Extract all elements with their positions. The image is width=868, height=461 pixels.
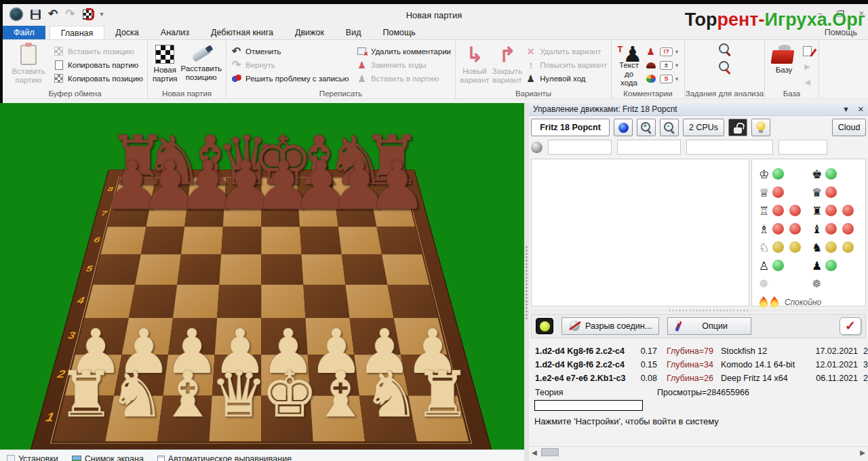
horizontal-scrollbar[interactable]: ◀ ▶: [529, 446, 868, 458]
chess-piece-white-q[interactable]: ♛: [210, 365, 261, 424]
tab-Движок[interactable]: Движок: [284, 26, 335, 39]
panel-close-icon[interactable]: ✕: [858, 105, 864, 114]
fix-notation-button[interactable]: Решить проблему с записью: [231, 73, 353, 84]
null-move-button[interactable]: ♟Нулевой ход: [525, 73, 607, 84]
annotation-bubble-2[interactable]: ±: [660, 61, 673, 70]
analysis-magnifier-icon[interactable]: [718, 60, 732, 74]
chess-piece-white-b[interactable]: ♝: [159, 365, 210, 424]
board-square[interactable]: [300, 227, 342, 255]
annotation-bubble-1[interactable]: !?: [660, 47, 673, 56]
zoom-out-button[interactable]: -: [660, 119, 679, 136]
chess-piece-white-r[interactable]: ♜: [414, 365, 465, 424]
cloud-button[interactable]: Cloud: [832, 119, 866, 136]
ribbon-group-analysis: Задания для анализа: [685, 40, 765, 98]
tab-Помощь[interactable]: Помощь: [372, 26, 426, 39]
copy-game-button[interactable]: Копировать партию: [53, 59, 143, 71]
chess-piece-white-r[interactable]: ♜: [57, 365, 108, 424]
annotation-bubble-3[interactable]: S: [660, 75, 673, 83]
scroll-left-icon[interactable]: ◀: [532, 449, 537, 456]
login-input[interactable]: [534, 400, 643, 411]
horizontal-splitter[interactable]: [529, 308, 868, 313]
chess-piece-white-b[interactable]: ♝: [312, 365, 363, 424]
tab-Вид[interactable]: Вид: [335, 26, 372, 39]
board-square[interactable]: [261, 227, 301, 255]
promote-variant-button[interactable]: ↑Повысить вариант: [525, 59, 607, 71]
board-square[interactable]: [221, 227, 261, 255]
hint-button[interactable]: [751, 119, 770, 136]
engine-field-1[interactable]: [548, 140, 612, 155]
new-game-button[interactable]: Новая партия: [152, 43, 178, 87]
scrollbar-thumb[interactable]: [541, 448, 559, 456]
delete-variant-button[interactable]: ✕Удалить вариант: [525, 45, 607, 57]
chess-board-3d[interactable]: 87654321ABCDEFGH♜♞♝♛♚♝♞♜♟♟♟♟♟♟♟♟♟♟♟♟♟♟♟♟…: [24, 170, 498, 449]
tab-Дебютная книга[interactable]: Дебютная книга: [200, 26, 284, 39]
edit-icon[interactable]: [802, 45, 813, 57]
lock-button[interactable]: [728, 119, 747, 136]
forward-icon[interactable]: ▶: [802, 61, 813, 73]
statusbar-item-1[interactable]: Установки: [7, 454, 58, 461]
paste-position-button[interactable]: Вставить позицию: [53, 45, 143, 57]
undo-button[interactable]: ↶Отменить: [231, 45, 353, 57]
panel-collapse-icon[interactable]: ▼: [842, 105, 850, 114]
board-square[interactable]: [338, 227, 381, 255]
tab-Файл[interactable]: Файл: [3, 26, 45, 39]
engine-start-stop-button[interactable]: [614, 119, 633, 136]
engine-line-row[interactable]: 1.d2-d4 Kg8-f6 2.c2-c40.15Глубина=34Komo…: [531, 358, 868, 372]
panel-splitter[interactable]: [524, 103, 529, 461]
setup-position-button[interactable]: Расставить позицию: [180, 43, 222, 87]
search-magnifier-icon[interactable]: [718, 43, 732, 56]
status-dot-yellow: [825, 241, 837, 253]
connection-led-button[interactable]: [536, 318, 553, 334]
chess-piece-black-p[interactable]: ♟: [367, 155, 420, 218]
board-square[interactable]: [376, 227, 422, 255]
engine-name-button[interactable]: Fritz 18 Popcnt: [531, 119, 610, 136]
board-square[interactable]: [382, 254, 429, 285]
statusbar-item-2[interactable]: Снимок экрана: [72, 454, 144, 461]
chess-piece-white-n[interactable]: ♞: [363, 365, 414, 424]
status-dot-red: [842, 223, 854, 235]
tab-Анализ[interactable]: Анализ: [150, 26, 200, 39]
red-pawn-icon[interactable]: ♟: [645, 46, 656, 58]
engine-field-3[interactable]: [686, 140, 773, 155]
confirm-bubble-button[interactable]: ✓: [840, 317, 861, 335]
status-dot-red: [825, 205, 837, 216]
board-square[interactable]: [219, 254, 261, 285]
engine-field-4[interactable]: [778, 140, 827, 155]
helmet-icon[interactable]: [645, 60, 656, 71]
board-square[interactable]: [341, 254, 387, 285]
engine-line-row[interactable]: 1.d2-d4 Kg8-f6 2.c2-c40.17Глубина=79Stoc…: [531, 344, 868, 358]
zoom-in-button[interactable]: +: [637, 119, 656, 136]
close-variant-button[interactable]: ↱ Закрыть вариант: [492, 43, 522, 87]
tab-Доска[interactable]: Доска: [104, 26, 150, 39]
board-square[interactable]: [93, 254, 141, 285]
open-base-button[interactable]: Базу: [769, 43, 799, 87]
board-square[interactable]: [177, 254, 221, 285]
cpus-button[interactable]: 2 CPUs: [683, 119, 724, 136]
insert-into-game-button[interactable]: ♟Вставить в партию: [356, 73, 451, 84]
copy-position-button[interactable]: Копировать позицию: [53, 73, 143, 84]
board-square[interactable]: [181, 227, 223, 255]
delete-comments-button[interactable]: Удалить комментарии: [356, 45, 451, 57]
options-button[interactable]: Опции: [667, 317, 751, 335]
board-square[interactable]: [140, 227, 184, 255]
palette-icon[interactable]: [645, 73, 656, 85]
chess-piece-white-n[interactable]: ♞: [108, 365, 159, 424]
board-square[interactable]: [261, 254, 303, 285]
redo-button[interactable]: ↷Вернуть: [231, 59, 353, 71]
scroll-right-icon[interactable]: ▶: [860, 449, 865, 456]
board-square[interactable]: [135, 254, 181, 285]
new-variant-button[interactable]: ↳ Новый вариант: [460, 43, 490, 87]
text-before-move-button[interactable]: T♟ Текст до хода: [616, 43, 642, 87]
paste-game-button[interactable]: Вставить партию: [7, 43, 50, 87]
board-square[interactable]: [100, 227, 146, 255]
board-square[interactable]: [301, 254, 345, 285]
chess-piece-white-k[interactable]: ♚: [261, 365, 312, 424]
tab-Главная[interactable]: Главная: [50, 26, 105, 39]
disconnect-button[interactable]: Разрыв соедин...: [561, 317, 659, 335]
replace-moves-button[interactable]: ♟Заменить ходы: [356, 59, 451, 71]
engine-lower-toolbar: Разрыв соедин... Опции ✓: [531, 314, 866, 338]
engine-field-2[interactable]: [617, 140, 681, 155]
back-icon[interactable]: ◀: [802, 77, 813, 88]
statusbar-item-3[interactable]: Автоматическое выравнивание: [157, 454, 292, 461]
engine-line-row[interactable]: 1.e2-e4 e7-e6 2.Kb1-c30.08Глубина=26Deep…: [531, 372, 868, 385]
